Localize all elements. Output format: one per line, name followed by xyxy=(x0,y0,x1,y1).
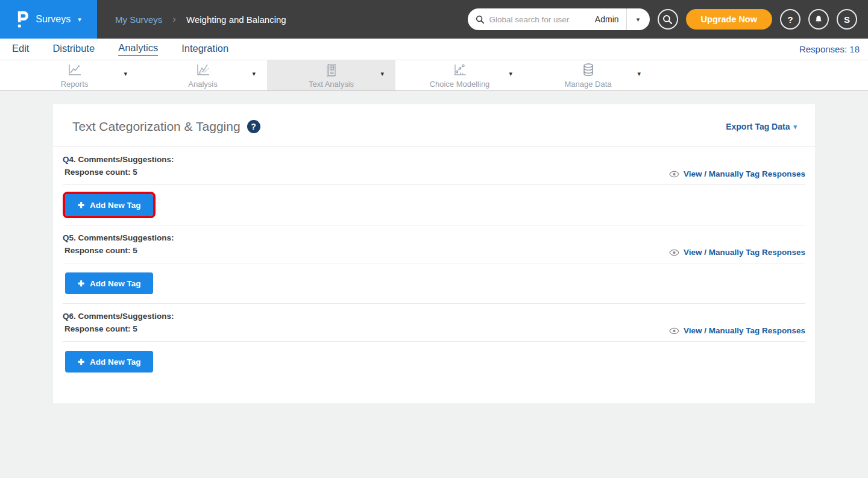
chevron-down-icon[interactable]: ▾ xyxy=(380,70,384,78)
database-icon xyxy=(580,63,596,77)
section-labels: Q6. Comments/Suggestions: Response count… xyxy=(63,310,174,335)
page-title: Text Categorization & Tagging ? xyxy=(72,119,260,134)
plus-icon: ✚ xyxy=(78,201,84,210)
view-link-label: View / Manually Tag Responses xyxy=(684,169,805,178)
help-icon[interactable]: ? xyxy=(247,120,260,133)
section-labels: Q5. Comments/Suggestions: Response count… xyxy=(63,231,174,257)
plus-icon: ✚ xyxy=(78,357,84,366)
add-new-tag-label: Add New Tag xyxy=(90,201,141,210)
question-label: Q5. Comments/Suggestions: xyxy=(63,231,174,244)
add-new-tag-button[interactable]: ✚ Add New Tag xyxy=(65,272,153,294)
tab-analysis[interactable]: Analysis ▾ xyxy=(139,60,267,90)
breadcrumb: My Surveys › Weighting and Balancing xyxy=(115,13,286,25)
section-header: Q5. Comments/Suggestions: Response count… xyxy=(63,231,805,257)
view-link-label: View / Manually Tag Responses xyxy=(684,248,805,257)
tab-label: Reports xyxy=(61,80,89,89)
question-label: Q6. Comments/Suggestions: xyxy=(63,310,174,322)
analysis-chart-icon xyxy=(195,63,211,77)
tab-reports[interactable]: Reports ▾ xyxy=(10,60,139,90)
page-title-text: Text Categorization & Tagging xyxy=(72,119,241,134)
reports-chart-icon xyxy=(67,63,83,77)
chevron-down-icon: ▾ xyxy=(793,123,797,131)
chevron-down-icon[interactable]: ▾ xyxy=(252,70,256,78)
eye-icon xyxy=(669,249,679,256)
main-content: Text Categorization & Tagging ? Export T… xyxy=(0,91,868,403)
tag-button-area: ✚ Add New Tag xyxy=(63,342,805,382)
chevron-right-icon: › xyxy=(172,13,176,25)
chevron-down-icon[interactable]: ▾ xyxy=(509,70,512,78)
top-bar: Surveys ▾ My Surveys › Weighting and Bal… xyxy=(0,0,868,39)
global-search-input[interactable] xyxy=(489,15,588,24)
plus-icon: ✚ xyxy=(78,279,84,288)
analytics-tab-bar: Reports ▾ Analysis ▾ Text Analysis ▾ xyxy=(0,60,868,91)
response-count-label: Response count: 5 xyxy=(63,166,174,178)
surveys-menu[interactable]: Surveys ▾ xyxy=(0,0,97,39)
upgrade-now-button[interactable]: Upgrade Now xyxy=(686,9,772,30)
help-button[interactable]: ? xyxy=(780,9,800,30)
response-count-label: Response count: 5 xyxy=(63,244,174,257)
breadcrumb-current-survey: Weighting and Balancing xyxy=(186,14,286,25)
question-section-q4: Q4. Comments/Suggestions: Response count… xyxy=(63,147,805,225)
tab-manage-data[interactable]: Manage Data ▾ xyxy=(524,60,652,90)
text-tagging-panel: Text Categorization & Tagging ? Export T… xyxy=(53,104,815,403)
view-link-label: View / Manually Tag Responses xyxy=(684,326,805,335)
chevron-down-icon[interactable]: ▾ xyxy=(124,70,127,78)
responses-count: Responses: 18 xyxy=(799,44,860,54)
section-labels: Q4. Comments/Suggestions: Response count… xyxy=(63,153,174,178)
tab-label: Manage Data xyxy=(564,80,611,89)
tab-text-analysis[interactable]: Text Analysis ▾ xyxy=(267,60,395,90)
tag-button-area: ✚ Add New Tag xyxy=(63,263,805,303)
panel-header: Text Categorization & Tagging ? Export T… xyxy=(53,104,815,147)
bell-icon xyxy=(814,14,823,25)
search-icon xyxy=(662,14,673,25)
nav-item-integration[interactable]: Integration xyxy=(181,43,228,55)
nav-item-analytics[interactable]: Analytics xyxy=(118,42,158,56)
tab-label: Analysis xyxy=(188,80,217,89)
account-avatar[interactable]: S xyxy=(837,9,857,30)
questionpro-logo-icon xyxy=(16,10,30,28)
question-section-q6: Q6. Comments/Suggestions: Response count… xyxy=(63,304,805,382)
tag-button-area: ✚ Add New Tag xyxy=(63,185,805,225)
export-tag-data-dropdown[interactable]: Export Tag Data ▾ xyxy=(726,122,797,131)
search-button[interactable] xyxy=(658,9,678,30)
view-manually-tag-link[interactable]: View / Manually Tag Responses xyxy=(669,326,805,335)
choice-modelling-icon xyxy=(452,63,468,77)
global-search: Admin ▾ xyxy=(468,8,650,30)
search-icon xyxy=(476,15,485,24)
section-header: Q4. Comments/Suggestions: Response count… xyxy=(63,153,805,178)
add-new-tag-label: Add New Tag xyxy=(90,279,141,288)
survey-nav: Edit Distribute Analytics Integration Re… xyxy=(0,39,868,60)
add-new-tag-button[interactable]: ✚ Add New Tag xyxy=(65,351,153,373)
nav-item-edit[interactable]: Edit xyxy=(12,43,29,55)
eye-icon xyxy=(669,327,679,335)
view-manually-tag-link[interactable]: View / Manually Tag Responses xyxy=(669,248,805,257)
search-scope-label: Admin xyxy=(588,14,626,24)
surveys-menu-label: Surveys xyxy=(36,14,71,25)
text-analysis-icon xyxy=(324,63,339,77)
chevron-down-icon[interactable]: ▾ xyxy=(637,70,641,78)
tab-choice-modelling[interactable]: Choice Modelling ▾ xyxy=(395,60,524,90)
nav-item-distribute[interactable]: Distribute xyxy=(52,43,95,55)
breadcrumb-my-surveys[interactable]: My Surveys xyxy=(115,14,162,25)
eye-icon xyxy=(669,171,679,178)
notifications-button[interactable] xyxy=(808,9,829,30)
section-header: Q6. Comments/Suggestions: Response count… xyxy=(63,310,805,335)
tab-label: Choice Modelling xyxy=(430,80,490,89)
topbar-actions: Admin ▾ Upgrade Now ? S xyxy=(468,8,868,30)
add-new-tag-label: Add New Tag xyxy=(90,357,141,366)
question-label: Q4. Comments/Suggestions: xyxy=(63,153,174,166)
tab-label: Text Analysis xyxy=(309,80,354,89)
chevron-down-icon: ▾ xyxy=(78,16,81,24)
export-tag-data-label: Export Tag Data xyxy=(726,122,790,131)
search-scope-dropdown[interactable]: ▾ xyxy=(627,16,650,24)
add-new-tag-button[interactable]: ✚ Add New Tag xyxy=(65,194,153,216)
response-count-label: Response count: 5 xyxy=(63,322,174,335)
view-manually-tag-link[interactable]: View / Manually Tag Responses xyxy=(669,169,805,178)
question-section-q5: Q5. Comments/Suggestions: Response count… xyxy=(63,225,805,304)
